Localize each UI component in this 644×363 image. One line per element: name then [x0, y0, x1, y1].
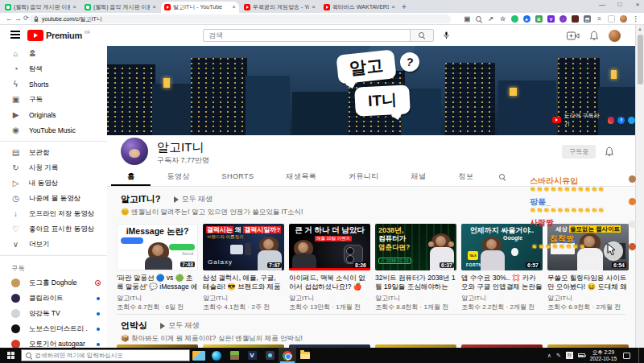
sidebar-item-shorts[interactable]: ϟShorts [0, 76, 107, 92]
sidebar-item-your-videos[interactable]: ▷내 동영상 [0, 175, 107, 191]
back-icon[interactable]: ← [6, 14, 13, 23]
bookmark-star-icon[interactable]: ☆ [499, 15, 506, 23]
search-button[interactable] [410, 29, 434, 42]
sidebar-item-library[interactable]: ▤보관함 [0, 145, 107, 160]
taskbar-edge[interactable] [208, 348, 225, 363]
video-thumbnail[interactable]: 갤럭시는 왜 갤럭시일까? 브랜드와 이름짓기 Galaxy 7:47 [203, 224, 284, 270]
sidebar-item-originals[interactable]: ▶Originals [0, 107, 107, 122]
voice-search-button[interactable] [440, 30, 452, 41]
hamburger-menu-icon[interactable] [10, 34, 20, 35]
notifications-bell-icon[interactable] [589, 31, 599, 41]
play-all-link[interactable]: 모두 재생 [160, 320, 200, 331]
sidebar-item-explore[interactable]: ◔탐색 [0, 61, 107, 76]
sidebar-item-show-more[interactable]: ∨더보기 [0, 237, 107, 252]
video-thumbnail[interactable]: 큰 거 하나 더 남았다 애플 10월 이벤트 8:26 [289, 224, 370, 270]
new-tab-button[interactable]: + [398, 2, 410, 13]
share-icon[interactable]: ↗ [487, 15, 494, 23]
ime-korean-icon[interactable]: 한 [566, 352, 573, 359]
sidebar-subscription-doghole[interactable]: 도그홀 Doghole [0, 275, 107, 291]
kebab-menu-icon[interactable]: ⋮ [632, 15, 639, 23]
sidebar-subscription-tv[interactable]: 양강독 TV [0, 306, 107, 321]
browser-tab-2[interactable]: (필독) 음악 게시판 이용 규정 : ... × [81, 2, 159, 13]
show-desktop-button[interactable] [638, 348, 641, 363]
reload-icon[interactable]: ⟳ [23, 14, 29, 22]
tab-close-icon[interactable]: × [152, 4, 156, 10]
action-center-icon[interactable] [623, 353, 630, 359]
video-title[interactable]: 아이패드, 맥북 소식이 없어서 섭섭하셨나요!? 🍎 아직 10... [289, 274, 370, 291]
extension-green-icon[interactable] [511, 15, 518, 23]
browser-tab-4[interactable]: 우왁굳의 게임방송 - YouTube × [241, 2, 319, 13]
tab-shorts[interactable]: SHORTS [206, 167, 270, 186]
video-title[interactable]: '파란 말풍선 🔵 vs 🟢 초록 말풍선' 💬 iMessage 에 대... [117, 274, 198, 291]
taskbar-weather-widget[interactable] [190, 348, 208, 363]
tab-channels[interactable]: 채널 [395, 167, 443, 186]
tab-close-icon[interactable]: × [232, 4, 236, 10]
profile-avatar-icon[interactable] [620, 15, 627, 23]
tune-icon[interactable]: ≡ [596, 15, 603, 23]
video-channel[interactable]: 알고IT니 [117, 294, 198, 303]
extensions-puzzle-icon[interactable]: ⬒ [584, 15, 591, 23]
video-thumbnail[interactable]: 2038년, 컴퓨터가 멈춘다면? ⚠ 2038-01-19 6:37 [375, 224, 456, 270]
sidebar-item-subscriptions[interactable]: ▣구독 [0, 92, 107, 107]
sidebar-item-youtube-music[interactable]: ◉YouTube Music [0, 122, 107, 138]
youtube-premium-logo[interactable]: Premium KR [27, 30, 90, 41]
extension-b-icon[interactable]: B [535, 15, 543, 23]
tray-expand-icon[interactable]: ∧ [547, 353, 551, 359]
sidebar-subscription-cliplight[interactable]: 클립라이트 [0, 291, 107, 306]
tab-videos[interactable]: 동영상 [151, 167, 205, 186]
channel-bell-icon[interactable] [605, 146, 614, 160]
video-title[interactable]: 앱 수수료 30%.. 💢 카카오와 구글 인앱결제 논란을 통해 ... [461, 274, 543, 291]
browser-tab-active[interactable]: 알고IT니 - YouTube × [161, 2, 239, 13]
tab-playlists[interactable]: 재생목록 [270, 167, 332, 186]
scroll-up-arrow-icon[interactable]: ▲ [638, 27, 642, 31]
tab-close-icon[interactable]: × [391, 4, 395, 10]
extension-v-icon[interactable]: V [547, 15, 555, 23]
extension-blue-play-icon[interactable]: ▸ [523, 15, 530, 23]
taskbar-search-input[interactable] [35, 352, 185, 359]
taskbar-search[interactable] [21, 349, 190, 361]
tab-community[interactable]: 커뮤니티 [332, 167, 395, 186]
minimize-button[interactable]: — [597, 1, 607, 8]
video-thumbnail[interactable]: iMessage 논란? Send 7:43 [117, 224, 198, 270]
side-panel-icon[interactable]: ▣ [464, 15, 471, 23]
channel-search-icon[interactable] [499, 174, 506, 180]
taskbar-minecraft[interactable] [225, 348, 243, 363]
start-button[interactable] [0, 348, 21, 363]
account-avatar[interactable] [609, 30, 621, 42]
video-channel[interactable]: 알고IT니 [375, 294, 456, 303]
play-all-link[interactable]: 모두 재생 [174, 194, 213, 204]
sidebar-subscription-novos[interactable]: 노보스인더스트리 ... [0, 321, 107, 336]
browser-tab-1[interactable]: (필독) 음악 게시판 이용 규정 : ... × [2, 2, 80, 13]
tab-close-icon[interactable]: × [72, 4, 76, 10]
video-title[interactable]: 32비트 컴퓨터가 2038년 1월 19일을 조심해야하는 이유가... [375, 274, 456, 291]
battery-icon[interactable] [578, 353, 585, 357]
video-channel[interactable]: 알고IT니 [547, 294, 629, 303]
search-input[interactable] [208, 31, 405, 39]
maximize-button[interactable]: □ [615, 1, 625, 8]
taskbar-clock[interactable]: 오후 2:29 2022-10-15 [590, 349, 617, 362]
scrollbar-thumb[interactable] [638, 35, 643, 85]
sidebar-item-downloads[interactable]: ↓오프라인 저장 동영상 [0, 206, 107, 221]
sidebar-item-history[interactable]: ↻시청 기록 [0, 160, 107, 175]
address-bar[interactable]: youtube.com/c/알고IT니 [29, 14, 451, 23]
sidebar-item-watch-later[interactable]: ◷나중에 볼 동영상 [0, 191, 107, 206]
taskbar-chrome[interactable] [279, 348, 296, 363]
extension-maroon-icon[interactable] [572, 15, 579, 23]
sidebar-subscription-autogear[interactable]: 오토기어 autogear ... [0, 336, 107, 348]
tab-home[interactable]: 홈 [111, 167, 151, 186]
channel-avatar[interactable] [121, 138, 148, 165]
sidebar-item-liked-videos[interactable]: ♡좋아요 표시한 동영상 [0, 221, 107, 237]
search-extension-icon[interactable] [476, 16, 482, 23]
extension-card-icon[interactable] [608, 15, 615, 23]
close-button[interactable]: × [633, 1, 642, 8]
forward-icon[interactable]: → [14, 14, 22, 23]
browser-tab-5[interactable]: 왁타버스 WAKTAVERSE - YouTu... × [320, 2, 398, 13]
subscribed-button[interactable]: 구독중 [562, 145, 596, 159]
tab-about[interactable]: 정보 [442, 167, 489, 186]
taskbar-app[interactable] [261, 348, 279, 363]
video-channel[interactable]: 알고IT니 [203, 294, 284, 303]
sidebar-item-home[interactable]: ⌂홈 [0, 46, 107, 61]
tab-close-icon[interactable]: × [312, 4, 316, 10]
extension-purple-icon[interactable]: ◦ [559, 15, 567, 23]
video-title[interactable]: 무쓸모 힐링타임용 사이트만 모아봤다! 😆 도대체 왜 만... [547, 274, 629, 291]
